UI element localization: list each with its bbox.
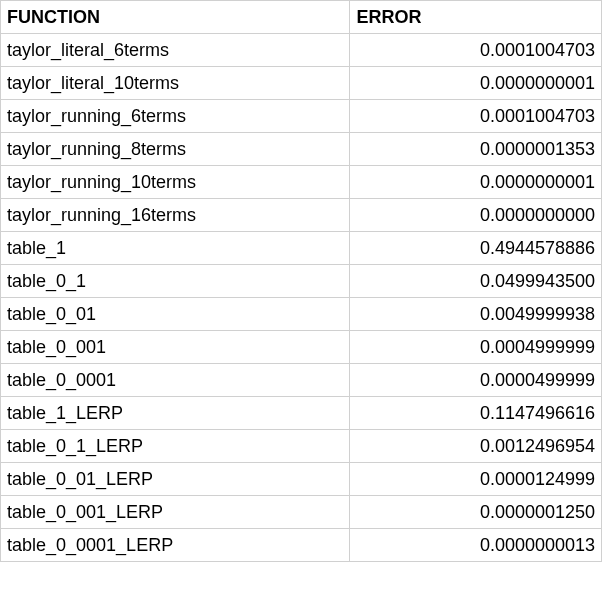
cell-function: table_0_1	[1, 265, 350, 298]
table-row: taylor_running_10terms0.0000000001	[1, 166, 602, 199]
cell-function: table_0_0001	[1, 364, 350, 397]
cell-function: table_0_01	[1, 298, 350, 331]
cell-error: 0.0000000000	[350, 199, 602, 232]
header-error: ERROR	[350, 1, 602, 34]
cell-error: 0.0001004703	[350, 34, 602, 67]
cell-function: taylor_literal_6terms	[1, 34, 350, 67]
cell-function: table_0_1_LERP	[1, 430, 350, 463]
cell-error: 0.0000124999	[350, 463, 602, 496]
cell-error: 0.0000000013	[350, 529, 602, 562]
table-row: table_0_001_LERP0.0000001250	[1, 496, 602, 529]
table-row: taylor_running_8terms0.0000001353	[1, 133, 602, 166]
cell-error: 0.4944578886	[350, 232, 602, 265]
table-row: table_0_1_LERP0.0012496954	[1, 430, 602, 463]
table-row: taylor_running_16terms0.0000000000	[1, 199, 602, 232]
cell-error: 0.0049999938	[350, 298, 602, 331]
cell-error: 0.0000499999	[350, 364, 602, 397]
table-row: table_0_010.0049999938	[1, 298, 602, 331]
table-row: table_0_0001_LERP0.0000000013	[1, 529, 602, 562]
table-row: taylor_literal_10terms0.0000000001	[1, 67, 602, 100]
cell-function: taylor_running_6terms	[1, 100, 350, 133]
cell-function: taylor_running_16terms	[1, 199, 350, 232]
cell-error: 0.0000000001	[350, 67, 602, 100]
cell-function: table_0_001_LERP	[1, 496, 350, 529]
cell-function: taylor_running_8terms	[1, 133, 350, 166]
cell-function: table_0_0001_LERP	[1, 529, 350, 562]
table-row: table_10.4944578886	[1, 232, 602, 265]
table-row: table_0_01_LERP0.0000124999	[1, 463, 602, 496]
table-row: table_0_0010.0004999999	[1, 331, 602, 364]
cell-function: table_1_LERP	[1, 397, 350, 430]
cell-error: 0.0012496954	[350, 430, 602, 463]
table-row: table_1_LERP0.1147496616	[1, 397, 602, 430]
error-table: FUNCTION ERROR taylor_literal_6terms0.00…	[0, 0, 602, 562]
cell-error: 0.0000000001	[350, 166, 602, 199]
cell-function: table_0_01_LERP	[1, 463, 350, 496]
cell-function: table_1	[1, 232, 350, 265]
cell-error: 0.0000001250	[350, 496, 602, 529]
table-row: table_0_10.0499943500	[1, 265, 602, 298]
table-row: table_0_00010.0000499999	[1, 364, 602, 397]
table-header-row: FUNCTION ERROR	[1, 1, 602, 34]
cell-error: 0.1147496616	[350, 397, 602, 430]
header-function: FUNCTION	[1, 1, 350, 34]
cell-error: 0.0004999999	[350, 331, 602, 364]
cell-function: table_0_001	[1, 331, 350, 364]
cell-function: taylor_literal_10terms	[1, 67, 350, 100]
cell-error: 0.0000001353	[350, 133, 602, 166]
cell-error: 0.0499943500	[350, 265, 602, 298]
table-row: taylor_literal_6terms0.0001004703	[1, 34, 602, 67]
table-row: taylor_running_6terms0.0001004703	[1, 100, 602, 133]
cell-function: taylor_running_10terms	[1, 166, 350, 199]
cell-error: 0.0001004703	[350, 100, 602, 133]
